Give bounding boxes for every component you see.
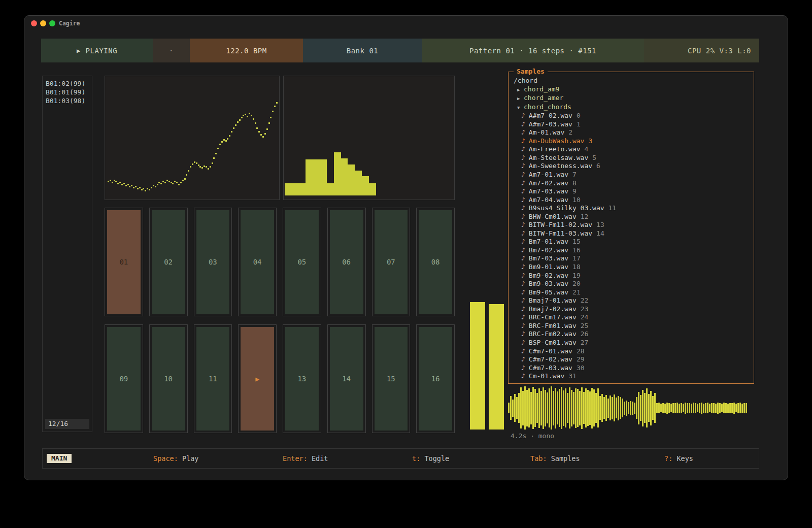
scatter-dot xyxy=(131,185,132,186)
pad-10[interactable]: 10 xyxy=(149,324,188,433)
music-note-icon: ♪ xyxy=(521,313,525,321)
sample-file[interactable]: ♪Am7-04.wav10 xyxy=(514,196,750,205)
pad-03[interactable]: 03 xyxy=(194,208,232,316)
music-note-icon: ♪ xyxy=(521,120,525,128)
sample-file[interactable]: ♪A#m7-02.wav0 xyxy=(514,112,750,120)
sample-file[interactable]: ♪Am-DubWash.wav3 xyxy=(514,137,750,146)
sample-file[interactable]: ♪Am7-01.wav7 xyxy=(514,171,750,179)
scatter-dot xyxy=(199,166,201,168)
sample-file[interactable]: ♪BITW-Fm11-02.wav13 xyxy=(514,221,750,229)
sample-file[interactable]: ♪BHW-Cm01.wav12 xyxy=(514,213,750,221)
sample-file[interactable]: ♪Bm7-03.wav17 xyxy=(514,254,750,263)
sample-file[interactable]: ♪BITW-Fm11-03.wav14 xyxy=(514,229,750,238)
waveform-bar xyxy=(703,404,704,413)
play-icon: ▶ xyxy=(255,375,259,383)
sample-file[interactable]: ♪Am7-03.wav9 xyxy=(514,187,750,196)
waveform-bar xyxy=(595,393,597,423)
sample-file[interactable]: ♪Am-Sweetness.wav6 xyxy=(514,162,750,171)
sample-file[interactable]: ♪Am-Steelsaw.wav5 xyxy=(514,154,750,162)
sample-file[interactable]: ♪C#m7-01.wav28 xyxy=(514,347,750,356)
sample-file[interactable]: ♪BRC-Fm02.wav26 xyxy=(514,330,750,339)
sample-file[interactable]: ♪Bm7-02.wav16 xyxy=(514,246,750,255)
pad-09[interactable]: 09 xyxy=(105,324,143,433)
pad-05[interactable]: 05 xyxy=(283,208,321,316)
file-index: 0 xyxy=(577,112,581,119)
pad-08[interactable]: 08 xyxy=(416,208,455,316)
music-note-icon: ♪ xyxy=(521,288,525,296)
scatter-dot xyxy=(217,148,219,149)
sample-file[interactable]: ♪Am7-02.wav8 xyxy=(514,179,750,188)
bank-display[interactable]: Bank 01 xyxy=(303,39,422,62)
minimize-button[interactable] xyxy=(40,20,46,26)
music-note-icon: ♪ xyxy=(521,162,525,170)
pad-surface: 06 xyxy=(330,210,363,314)
waveform-bar xyxy=(707,403,708,413)
pad-07[interactable]: 07 xyxy=(372,208,411,316)
scatter-dot xyxy=(237,121,239,123)
sample-file[interactable]: ♪BSP-Cm01.wav27 xyxy=(514,339,750,347)
step-counter: 12/16 xyxy=(45,419,89,429)
sample-file[interactable]: ♪Cm-01.wav31 xyxy=(514,372,750,381)
sample-file[interactable]: ♪C#m7-03.wav30 xyxy=(514,364,750,373)
waveform-bar xyxy=(743,403,745,413)
pad-06[interactable]: 06 xyxy=(327,208,366,316)
waveform-bar xyxy=(697,404,698,412)
scatter-dot xyxy=(143,188,144,189)
close-button[interactable] xyxy=(31,20,37,26)
sample-file[interactable]: ♪BRC-Cm17.wav24 xyxy=(514,313,750,322)
sample-file[interactable]: ♪Bm9-01.wav18 xyxy=(514,263,750,272)
sample-file[interactable]: ♪Bmaj7-02.wav23 xyxy=(514,305,750,314)
sample-file[interactable]: ♪Bm9-05.wav21 xyxy=(514,288,750,297)
waveform-bar xyxy=(713,403,715,413)
scatter-dot xyxy=(258,131,260,133)
sample-file[interactable]: ♪C#m7-02.wav29 xyxy=(514,355,750,364)
scatter-dot xyxy=(155,186,156,187)
music-note-icon: ♪ xyxy=(521,296,525,304)
scatter-dot xyxy=(147,188,148,189)
pad-16[interactable]: 16 xyxy=(416,324,455,433)
sample-file[interactable]: ♪Am-01.wav2 xyxy=(514,128,750,137)
pad-02[interactable]: 02 xyxy=(149,208,188,316)
status-bar: ▶ PLAYING · 122.0 BPM Bank 01 Pattern 01… xyxy=(41,39,759,62)
file-name: BITW-Fm11-02.wav xyxy=(529,221,592,228)
waveform-bar xyxy=(618,396,619,420)
sample-file[interactable]: ♪Bm9-03.wav20 xyxy=(514,280,750,288)
music-note-icon: ♪ xyxy=(521,187,525,195)
hint-key: Tab: xyxy=(530,454,547,463)
scatter-dot xyxy=(174,181,176,182)
note-event: B01:01(99) xyxy=(43,88,92,96)
sample-folder[interactable]: ▶chord_amer xyxy=(514,94,750,103)
music-note-icon: ♪ xyxy=(521,347,525,355)
chevron-right-icon: ▶ xyxy=(517,94,524,103)
pad-01[interactable]: 01 xyxy=(105,208,143,316)
waveform-bar xyxy=(616,398,617,418)
pad-15[interactable]: 15 xyxy=(372,324,411,433)
sample-folder[interactable]: ▼chord_chords xyxy=(514,103,750,112)
waveform-bar xyxy=(733,403,735,414)
sample-file[interactable]: ♪A#m7-03.wav1 xyxy=(514,120,750,129)
pad-04[interactable]: 04 xyxy=(238,208,277,316)
sample-folder[interactable]: ▶chord_am9 xyxy=(514,85,750,94)
pad-11[interactable]: 11 xyxy=(194,324,232,433)
pad-14[interactable]: 14 xyxy=(327,324,366,433)
pad-12[interactable]: ▶ xyxy=(238,324,277,433)
pad-label: 06 xyxy=(342,258,351,266)
sample-file[interactable]: ♪Bm9-02.wav19 xyxy=(514,272,750,280)
waveform-bar xyxy=(553,391,554,425)
sample-file[interactable]: ♪B9sus4 Silky 03.wav11 xyxy=(514,204,750,213)
waveform-bar xyxy=(735,404,737,412)
file-index: 5 xyxy=(592,154,596,161)
waveform-bar xyxy=(695,403,696,413)
sample-file[interactable]: ♪Bm7-01.wav15 xyxy=(514,238,750,246)
file-index: 18 xyxy=(572,263,581,271)
waveform-bar xyxy=(514,394,516,422)
transport-status[interactable]: ▶ PLAYING xyxy=(41,39,153,62)
bpm-display[interactable]: 122.0 BPM xyxy=(190,39,303,62)
sample-file[interactable]: ♪Am-Freeto.wav4 xyxy=(514,145,750,154)
pad-label: 03 xyxy=(209,258,217,266)
sample-file[interactable]: ♪Bmaj7-01.wav22 xyxy=(514,296,750,305)
sample-file[interactable]: ♪BRC-Fm01.wav25 xyxy=(514,322,750,331)
zoom-button[interactable] xyxy=(49,20,55,26)
pad-13[interactable]: 13 xyxy=(283,324,321,433)
pattern-display[interactable]: Pattern 01 · 16 steps · #151 xyxy=(422,39,644,62)
